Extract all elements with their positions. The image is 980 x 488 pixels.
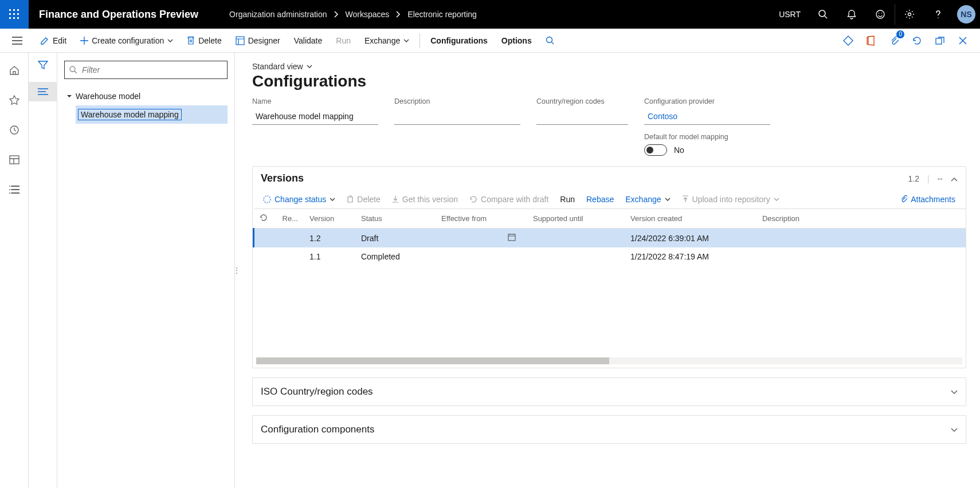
col-status[interactable]: Status: [355, 209, 436, 229]
version-exchange-button[interactable]: Exchange: [621, 192, 675, 206]
breadcrumb-item[interactable]: Workspaces: [346, 10, 390, 19]
grid-hscroll[interactable]: [256, 357, 962, 364]
tree-node-root[interactable]: Warehouse model: [64, 87, 228, 105]
popout-button[interactable]: [930, 30, 950, 51]
modules-button[interactable]: [4, 181, 25, 198]
notifications-button[interactable]: [837, 0, 866, 29]
get-version-button: Get this version: [387, 192, 462, 206]
filter-input[interactable]: [64, 61, 228, 79]
svg-point-16: [546, 37, 552, 42]
popout-icon: [935, 37, 944, 45]
svg-line-17: [551, 42, 554, 44]
pencil-icon: [40, 36, 49, 45]
change-status-button[interactable]: Change status: [258, 192, 340, 206]
create-configuration-button[interactable]: Create configuration: [73, 29, 180, 53]
svg-rect-5: [17, 13, 19, 15]
show-form-button[interactable]: [838, 30, 859, 51]
refresh-button[interactable]: [907, 30, 927, 51]
versions-header-version: 1.2: [908, 174, 919, 183]
edit-button[interactable]: Edit: [33, 29, 73, 53]
feedback-button[interactable]: [866, 0, 895, 29]
office-button[interactable]: [861, 30, 881, 51]
col-re[interactable]: Re...: [277, 209, 304, 229]
iso-card[interactable]: ISO Country/region codes: [252, 377, 966, 406]
col-description[interactable]: Description: [756, 209, 966, 229]
gear-icon: [904, 9, 915, 19]
svg-point-12: [879, 13, 880, 14]
close-button[interactable]: [952, 30, 973, 51]
chevron-down-icon: [403, 39, 409, 42]
svg-rect-7: [13, 17, 15, 19]
exchange-button[interactable]: Exchange: [358, 29, 416, 53]
versions-card: Versions 1.2 | -- Change status Delete: [252, 166, 966, 368]
recent-button[interactable]: [4, 121, 25, 139]
svg-line-10: [825, 16, 827, 18]
main-content: Standard view Configurations Name Wareho…: [238, 53, 980, 488]
table-row[interactable]: 1.1 Completed 1/21/2022 8:47:19 AM: [254, 247, 966, 266]
list-view-button[interactable]: [29, 82, 57, 101]
provider-value[interactable]: Contoso: [644, 108, 770, 125]
hamburger-button[interactable]: [7, 32, 28, 49]
col-created[interactable]: Version created: [625, 209, 756, 229]
svg-rect-0: [9, 9, 11, 11]
col-version[interactable]: Version: [304, 209, 355, 229]
col-supported[interactable]: Supported until: [527, 209, 625, 229]
company-code[interactable]: USRT: [771, 10, 809, 19]
collapse-button[interactable]: [951, 174, 958, 183]
name-label: Name: [252, 97, 378, 105]
country-value[interactable]: [536, 108, 628, 125]
default-mapping-toggle[interactable]: [644, 144, 667, 156]
run-label: Run: [336, 36, 351, 45]
col-effective[interactable]: Effective from: [436, 209, 527, 229]
delete-label: Delete: [198, 36, 221, 45]
svg-point-14: [908, 13, 911, 16]
tree-node-child[interactable]: Warehouse model mapping: [76, 105, 228, 124]
smiley-icon: [875, 9, 885, 19]
version-attachments-label: Attachments: [911, 195, 955, 204]
help-button[interactable]: [924, 0, 952, 29]
waffle-button[interactable]: [0, 0, 29, 29]
rebase-button[interactable]: Rebase: [582, 192, 618, 206]
svg-rect-3: [9, 13, 11, 15]
product-title: Finance and Operations Preview: [29, 9, 212, 21]
workspaces-button[interactable]: [4, 151, 25, 168]
validate-button[interactable]: Validate: [287, 29, 330, 53]
refresh-column[interactable]: [254, 209, 277, 229]
name-value[interactable]: Warehouse model mapping: [252, 108, 378, 125]
description-value[interactable]: [394, 108, 520, 125]
breadcrumb-item[interactable]: Organization administration: [229, 10, 327, 19]
create-label: Create configuration: [92, 36, 164, 45]
chevron-down-icon: [330, 198, 335, 201]
attachments-button[interactable]: 0: [884, 30, 904, 51]
view-selector[interactable]: Standard view: [252, 62, 966, 71]
versions-toolbar: Change status Delete Get this version Co…: [253, 190, 966, 208]
action-bar: Edit Create configuration Delete Designe…: [0, 29, 980, 53]
search-button[interactable]: [809, 0, 837, 29]
breadcrumb-item[interactable]: Electronic reporting: [407, 10, 477, 19]
settings-button[interactable]: [895, 0, 924, 29]
actionbar-search-button[interactable]: [539, 29, 562, 53]
tree-panel: Warehouse model Warehouse model mapping: [29, 53, 235, 488]
lines-icon: [38, 88, 48, 95]
version-run-button[interactable]: Run: [555, 192, 579, 206]
components-card[interactable]: Configuration components: [252, 415, 966, 444]
tree-toolbar: [29, 53, 57, 488]
svg-rect-6: [9, 17, 11, 19]
filter-field[interactable]: [81, 65, 222, 75]
version-attachments-button[interactable]: Attachments: [896, 192, 960, 206]
options-tab[interactable]: Options: [495, 29, 539, 53]
close-icon: [959, 37, 967, 45]
table-row[interactable]: 1.2 Draft 1/24/2022 6:39:01 AM: [254, 229, 966, 248]
favorites-button[interactable]: [4, 92, 25, 109]
avatar[interactable]: NS: [957, 5, 975, 23]
tree-node-label: Warehouse model: [76, 92, 140, 101]
home-button[interactable]: [4, 62, 25, 79]
filter-button[interactable]: [38, 61, 48, 72]
configurations-tab[interactable]: Configurations: [424, 29, 495, 53]
version-run-label: Run: [560, 195, 575, 204]
rebase-label: Rebase: [586, 195, 614, 204]
upload-icon: [682, 195, 689, 203]
cell-effective[interactable]: [436, 229, 527, 248]
designer-button[interactable]: Designer: [229, 29, 287, 53]
delete-button[interactable]: Delete: [180, 29, 228, 53]
